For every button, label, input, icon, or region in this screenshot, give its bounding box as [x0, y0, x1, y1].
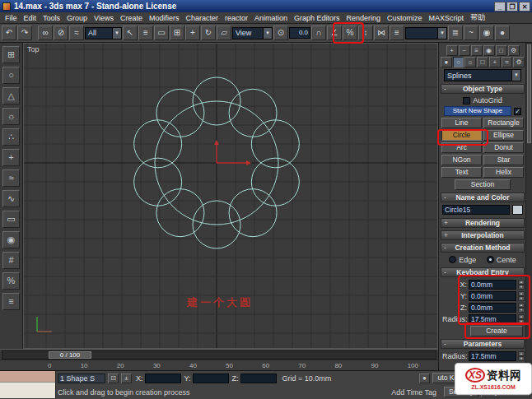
creation-method-cente[interactable]: Cente	[487, 256, 516, 264]
shapes-tab-icon[interactable]: ○	[2, 67, 20, 84]
creation-method-edge[interactable]: Edge	[449, 256, 476, 264]
track-bar[interactable]: 0102030405060708090100	[0, 360, 438, 370]
absolute-mode-icon[interactable]: ±	[121, 373, 132, 383]
menu-item-views[interactable]: Views	[91, 14, 117, 22]
selection-filter-dropdown[interactable]: All▼	[85, 27, 122, 39]
select-by-name-icon[interactable]: ≡	[138, 26, 153, 40]
spinner-down-icon[interactable]: ▼	[518, 319, 525, 324]
modifiers-tab-icon[interactable]: ∿	[2, 190, 20, 207]
offset-readout-field[interactable]: 0.0	[289, 27, 310, 39]
cameras-category-icon[interactable]: □	[477, 57, 488, 67]
menu-item-graph-editors[interactable]: Graph Editors	[291, 14, 343, 22]
curve-editor-icon[interactable]: ~	[464, 26, 478, 40]
objects-tab-icon[interactable]: ⊞	[2, 46, 20, 63]
maximize-button[interactable]: ❐	[506, 2, 518, 12]
named-selection-dropdown[interactable]: ▼	[405, 27, 447, 39]
space-warps-tab-icon[interactable]: ≈	[2, 169, 20, 187]
menu-item-customize[interactable]: Customize	[384, 14, 426, 22]
menu-item-maxscript[interactable]: MAXScript	[426, 14, 468, 22]
render-scene-icon[interactable]: ●	[495, 26, 510, 40]
reference-coordinate-dropdown[interactable]: View▼	[232, 27, 273, 39]
layer-manager-icon[interactable]: ≣	[448, 26, 463, 40]
select-and-link-icon[interactable]: ∞	[38, 26, 53, 40]
spinner-snap-icon[interactable]: ↕	[358, 26, 373, 40]
lock-selection-icon[interactable]: ⊡	[108, 373, 119, 383]
spinner-icon[interactable]: ▲▼	[518, 291, 525, 301]
spinner-down-icon[interactable]: ▼	[518, 356, 525, 361]
material-editor-icon[interactable]: ◉	[479, 26, 494, 40]
time-slider-handle[interactable]: 0 / 100	[49, 351, 91, 359]
autogrid-checkbox[interactable]	[463, 97, 470, 104]
lights-cameras-tab-icon[interactable]: ☼	[2, 108, 20, 125]
undo-icon[interactable]: ↶	[2, 26, 16, 40]
helpers-tab-icon[interactable]: +	[2, 149, 20, 166]
start-new-shape-button[interactable]: Start New Shape	[444, 106, 511, 116]
spinner-icon[interactable]: ▲▼	[518, 303, 525, 313]
keyboard-entry-field[interactable]: 17.5mm	[469, 314, 516, 324]
redo-icon[interactable]: ↷	[17, 26, 32, 40]
mirror-icon[interactable]: ⋈	[374, 26, 389, 40]
keyboard-entry-field[interactable]: 0.0mm	[469, 291, 516, 301]
viewport-label[interactable]: Top	[27, 45, 40, 53]
space-warps-category-icon[interactable]: ≈	[502, 57, 513, 67]
shapes-category-icon[interactable]: ○	[453, 57, 464, 67]
text-button[interactable]: Text	[441, 167, 482, 178]
panel-scrollbar[interactable]	[525, 43, 532, 370]
maxscript-mini-listener[interactable]	[0, 371, 56, 398]
spinner-down-icon[interactable]: ▼	[518, 285, 525, 290]
rect-selection-region-icon[interactable]: ▭	[154, 26, 169, 40]
keyboard-entry-field[interactable]: 0.0mm	[469, 280, 516, 290]
menu-item-rendering[interactable]: Rendering	[343, 14, 385, 22]
select-and-rotate-icon[interactable]: ↻	[201, 26, 216, 40]
modeling-tab-icon[interactable]: ▭	[2, 211, 20, 228]
ngon-button[interactable]: NGon	[441, 155, 482, 165]
modify-tab-icon[interactable]: ~	[459, 45, 470, 56]
select-object-icon[interactable]: ↖	[123, 26, 138, 40]
particles-tab-icon[interactable]: ∴	[2, 128, 20, 146]
object-name-field[interactable]: Circle15	[442, 205, 510, 215]
time-slider-track[interactable]: 0 / 100	[2, 350, 436, 360]
align-icon[interactable]: ≡	[390, 26, 404, 40]
add-time-tag[interactable]: Add Time Tag	[391, 388, 436, 397]
menu-item-modifiers[interactable]: Modifiers	[146, 14, 183, 22]
splines-dropdown[interactable]: Splines ▼	[444, 69, 521, 81]
create-tab-icon[interactable]: +	[446, 45, 458, 56]
rollout-name-and-color[interactable]: - Name and Color	[441, 193, 525, 202]
rollout-parameters[interactable]: - Parameters	[441, 339, 525, 349]
maxscript-tab-icon[interactable]: ≡	[2, 293, 20, 310]
use-center-icon[interactable]: ⊙	[273, 26, 288, 40]
unlink-selection-icon[interactable]: ⊘	[54, 26, 68, 40]
motion-tab-icon[interactable]: ◉	[483, 45, 495, 56]
ellipse-button[interactable]: Ellipse	[483, 130, 524, 141]
schematic-tab-icon[interactable]: #	[2, 252, 20, 269]
circle-button[interactable]: Circle	[441, 130, 482, 141]
coordinate-field[interactable]	[145, 373, 181, 383]
rendering-tab-icon[interactable]: ◉	[2, 231, 20, 248]
scrollbar-thumb[interactable]	[527, 44, 531, 143]
window-crossing-icon[interactable]: ⊞	[170, 26, 184, 40]
bind-to-space-warp-icon[interactable]: ≈	[69, 26, 84, 40]
menu-item-reactor[interactable]: reactor	[222, 14, 251, 22]
percent-snap-icon[interactable]: %	[343, 26, 357, 40]
object-color-swatch[interactable]	[512, 205, 523, 215]
rollout-keyboard-entry[interactable]: - Keyboard Entry	[441, 267, 525, 277]
helpers-category-icon[interactable]: +	[489, 57, 501, 67]
start-new-shape-checkbox[interactable]: ✓	[514, 108, 521, 115]
menu-item-帮助[interactable]: 帮助	[467, 12, 488, 23]
parameters-field[interactable]: 17.5mm	[469, 351, 516, 361]
arc-button[interactable]: Arc	[441, 142, 482, 153]
lights-category-icon[interactable]: ☼	[464, 57, 476, 67]
listener-output-pane[interactable]	[0, 383, 55, 398]
angle-snap-icon[interactable]: ∠	[327, 26, 342, 40]
spinner-down-icon[interactable]: ▼	[518, 308, 525, 313]
rollout-object-type[interactable]: - Object Type	[441, 84, 525, 94]
rollout-interpolation[interactable]: + Interpolation	[441, 230, 525, 240]
key-icon[interactable]: ●	[419, 373, 430, 383]
rollout-creation-method[interactable]: - Creation Method	[441, 243, 525, 253]
menu-item-file[interactable]: File	[2, 14, 21, 22]
section-button[interactable]: Section	[455, 179, 511, 190]
spinner-icon[interactable]: ▲▼	[518, 280, 525, 290]
rollout-rendering[interactable]: + Rendering	[441, 218, 525, 228]
menu-item-edit[interactable]: Edit	[21, 14, 40, 22]
menu-item-group[interactable]: Group	[63, 14, 91, 22]
